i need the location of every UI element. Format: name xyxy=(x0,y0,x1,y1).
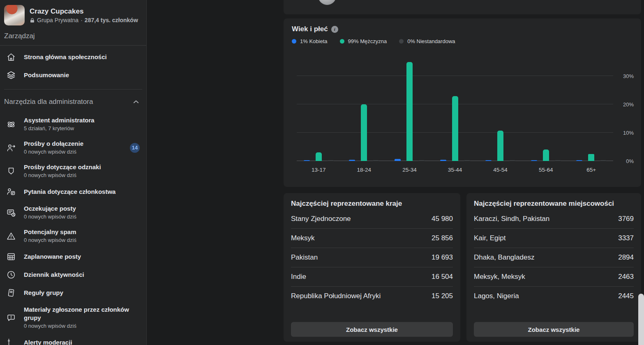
scrollbar-thumb[interactable] xyxy=(638,294,644,345)
row-value: 19 693 xyxy=(427,253,453,262)
row-value: 3337 xyxy=(613,234,634,242)
card-title: Najczęściej reprezentowane miejscowości xyxy=(474,200,634,208)
bar-mężczyzna-18-24[interactable] xyxy=(361,104,367,161)
bar-group-35-44 xyxy=(432,59,478,161)
sidebar-item-potential-spam[interactable]: Potencjalny spam0 nowych wpisów dziś xyxy=(0,224,146,248)
home-icon xyxy=(6,52,16,62)
sidebar-item-subtitle: 5 działań, 7 kryteriów xyxy=(24,125,95,132)
group-rules-icon xyxy=(6,288,16,298)
privacy-label: Grupa Prywatna xyxy=(37,17,78,23)
bar-kobieta-18-24[interactable] xyxy=(349,160,355,161)
bar-mężczyzna-55-64[interactable] xyxy=(543,150,549,161)
bar-mężczyzna-35-44[interactable] xyxy=(452,96,458,161)
info-icon[interactable]: i xyxy=(331,26,338,33)
bar-niestandardowa-65+[interactable] xyxy=(600,160,606,161)
sidebar-item-text: Alerty moderacji xyxy=(24,338,72,345)
group-avatar[interactable] xyxy=(4,5,25,25)
bar-niestandardowa-25-34[interactable] xyxy=(418,160,425,161)
bar-niestandardowa-55-64[interactable] xyxy=(555,160,561,161)
previous-card-partial xyxy=(284,0,641,14)
bar-kobieta-13-17[interactable] xyxy=(304,160,310,161)
bar-mężczyzna-45-54[interactable] xyxy=(497,131,503,161)
see-all-countries-button[interactable]: Zobacz wszystkie xyxy=(291,322,453,337)
sidebar-item-member-requests[interactable]: Prośby o dołączenie0 nowych wpisów dziś1… xyxy=(0,136,146,159)
sidebar-item-label: Potencjalny spam xyxy=(24,228,76,236)
row-label: Republika Południowej Afryki xyxy=(291,292,381,300)
legend-dot xyxy=(340,39,344,44)
sidebar-item-text: Asystent administratora5 działań, 7 kryt… xyxy=(24,116,95,132)
sidebar-item-admin-assistant[interactable]: Asystent administratora5 działań, 7 kryt… xyxy=(0,113,146,136)
chevron-up-icon xyxy=(132,98,140,106)
top-cities-card: Najczęściej reprezentowane miejscowości … xyxy=(466,193,641,342)
moderation-alerts-icon xyxy=(6,337,16,345)
group-name[interactable]: Crazy Cupcakes xyxy=(30,7,138,16)
bar-kobieta-45-54[interactable] xyxy=(485,160,492,161)
sidebar-item-label: Alerty moderacji xyxy=(24,338,72,345)
bar-niestandardowa-18-24[interactable] xyxy=(373,160,379,161)
badge-requests-icon xyxy=(6,166,16,177)
table-row: Karaczi, Sindh, Pakistan3769 xyxy=(474,209,634,229)
sidebar: Crazy Cupcakes Grupa Prywatna · 287,4 ty… xyxy=(0,0,147,345)
bar-niestandardowa-45-54[interactable] xyxy=(509,160,515,161)
row-value: 2894 xyxy=(613,253,634,262)
bar-group-45-54 xyxy=(478,59,523,161)
sidebar-item-text: Reguły grupy xyxy=(24,289,63,297)
sidebar-item-member-reported[interactable]: Materiały zgłoszone przez członków grupy… xyxy=(0,302,146,334)
bar-mężczyzna-65+[interactable] xyxy=(588,154,594,161)
row-label: Dhaka, Bangladesz xyxy=(474,253,534,262)
sidebar-item-label: Strona główna społeczności xyxy=(24,53,107,61)
row-value: 45 980 xyxy=(427,215,453,223)
bar-niestandardowa-13-17[interactable] xyxy=(328,160,334,161)
row-value: 25 856 xyxy=(427,234,453,242)
sidebar-item-moderation-alerts[interactable]: Alerty moderacji xyxy=(0,334,146,345)
age-gender-card: Wiek i płeć i 1% Kobieta99% Mężczyzna0% … xyxy=(284,18,641,187)
sidebar-item-pending-posts[interactable]: Oczekujące posty0 nowych wpisów dziś xyxy=(0,201,146,224)
sidebar-item-text: Strona główna społeczności xyxy=(24,53,107,61)
row-label: Stany Zjednoczone xyxy=(291,215,351,223)
cities-table: Karaczi, Sindh, Pakistan3769Kair, Egipt3… xyxy=(474,209,634,306)
sidebar-item-text: Podsumowanie xyxy=(24,71,69,79)
sidebar-item-activity-log[interactable]: Dziennik aktywności xyxy=(0,266,146,284)
member-reported-icon xyxy=(6,313,16,323)
table-row: Stany Zjednoczone45 980 xyxy=(291,209,453,229)
separator: · xyxy=(81,17,83,23)
sidebar-item-badge-requests[interactable]: Prośby dotyczące odznaki0 nowych wpisów … xyxy=(0,159,146,183)
age-gender-chart: 0%10%20%30% xyxy=(296,59,614,161)
admin-tools-section-header[interactable]: Narzędzia dla administratora xyxy=(0,92,146,110)
see-all-cities-button[interactable]: Zobacz wszystkie xyxy=(474,322,634,337)
bar-kobieta-35-44[interactable] xyxy=(440,160,446,161)
sidebar-item-label: Materiały zgłoszone przez członków grupy xyxy=(24,306,140,322)
chart-legend: 1% Kobieta99% Mężczyzna0% Niestandardowa xyxy=(292,38,633,44)
table-row: Meksyk, Meksyk2463 xyxy=(474,267,634,287)
y-axis-label: 0% xyxy=(616,158,634,164)
bar-kobieta-55-64[interactable] xyxy=(531,160,537,161)
sidebar-item-text: Prośby dotyczące odznaki0 nowych wpisów … xyxy=(24,163,101,179)
legend-label: 1% Kobieta xyxy=(300,38,328,44)
bar-kobieta-65+[interactable] xyxy=(576,160,582,161)
sidebar-item-layers[interactable]: Podsumowanie xyxy=(0,66,146,84)
bar-niestandardowa-35-44[interactable] xyxy=(464,160,470,161)
main-content: Wiek i płeć i 1% Kobieta99% Mężczyzna0% … xyxy=(147,0,644,345)
row-value: 2445 xyxy=(613,292,634,300)
bar-mężczyzna-13-17[interactable] xyxy=(316,152,322,161)
scheduled-posts-icon xyxy=(6,251,16,262)
bar-group-25-34 xyxy=(387,59,432,161)
x-axis-label: 25-34 xyxy=(387,167,432,173)
admin-assistant-icon xyxy=(6,119,16,130)
sidebar-item-text: Pytania dotyczące członkostwa xyxy=(24,188,115,196)
sidebar-item-home[interactable]: Strona główna społeczności xyxy=(0,48,146,66)
sidebar-item-label: Podsumowanie xyxy=(24,71,69,79)
table-row: Kair, Egipt3337 xyxy=(474,229,634,248)
bar-kobieta-25-34[interactable] xyxy=(395,159,401,161)
bar-mężczyzna-25-34[interactable] xyxy=(406,62,413,161)
sidebar-item-group-rules[interactable]: Reguły grupy xyxy=(0,284,146,302)
legend-item: 0% Niestandardowa xyxy=(399,38,455,44)
bar-group-18-24 xyxy=(342,59,387,161)
y-axis-label: 30% xyxy=(616,73,634,79)
sidebar-item-membership-questions[interactable]: Pytania dotyczące członkostwa xyxy=(0,183,146,201)
sidebar-item-label: Oczekujące posty xyxy=(24,205,76,213)
admin-tools-nav: Asystent administratora5 działań, 7 kryt… xyxy=(0,110,146,345)
row-value: 2463 xyxy=(613,273,634,281)
sidebar-item-scheduled-posts[interactable]: Zaplanowane posty xyxy=(0,248,146,266)
sidebar-item-label: Asystent administratora xyxy=(24,116,95,124)
